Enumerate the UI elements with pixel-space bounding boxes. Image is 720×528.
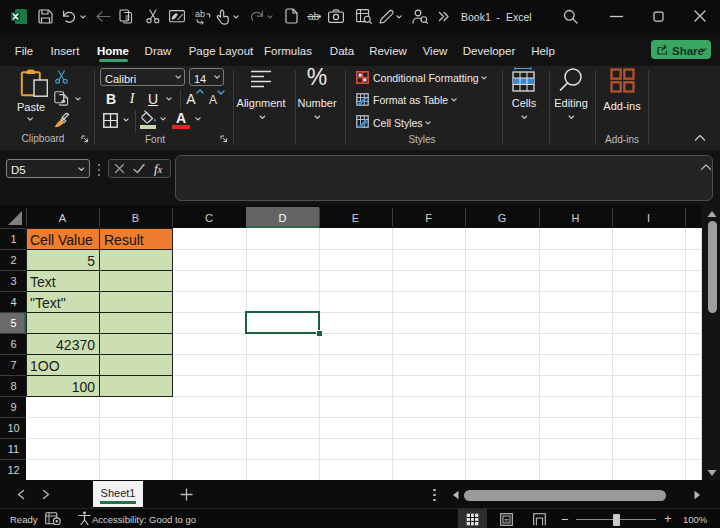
svg-text:ab: ab [195, 9, 205, 19]
